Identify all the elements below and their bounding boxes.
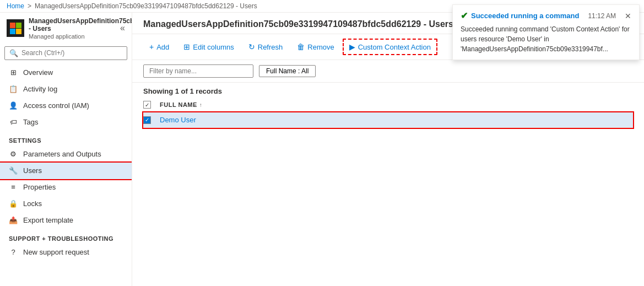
sidebar-item-label: Activity log [23,85,57,93]
records-info: Showing 1 of 1 records [132,83,644,98]
sidebar-header: ManagedUsersAppDefinition75cb09e33199...… [0,13,132,46]
activity-log-icon: 📋 [9,85,18,94]
locks-icon: 🔒 [9,199,18,208]
sidebar-item-label: Access control (IAM) [23,101,89,110]
overview-icon: ⊞ [9,68,18,77]
toast-time: 11:12 AM [588,12,616,20]
sort-icon[interactable]: ↑ [199,102,203,108]
edit-columns-icon: ⊞ [183,42,190,51]
edit-columns-label: Edit columns [193,43,234,51]
breadcrumb-home[interactable]: Home [7,2,24,10]
sidebar-item-label: Parameters and Outputs [23,150,101,158]
svg-rect-2 [10,29,15,34]
add-label: Add [156,43,169,51]
breadcrumb-current: ManagedUsersAppDefinition75cb09e33199471… [35,2,257,10]
sidebar-item-tags[interactable]: 🏷 Tags [0,114,132,131]
row-checkbox[interactable]: ✓ [143,116,151,124]
users-icon: 🔧 [9,166,18,175]
sidebar-title-area: ManagedUsersAppDefinition75cb09e33199...… [29,17,117,40]
toast-title-text: Succeeded running a command [471,12,580,20]
add-button[interactable]: + Add [143,39,175,55]
export-icon: 📤 [9,216,18,225]
row-checkbox-cell: ✓ [143,116,160,124]
sidebar-item-export[interactable]: 📤 Export template [0,212,132,229]
sidebar-item-label: Properties [23,183,56,191]
remove-button[interactable]: 🗑 Remove [291,39,340,55]
sidebar-collapse-button[interactable]: « [120,23,125,33]
toast-close-button[interactable]: ✕ [625,12,631,20]
sidebar-search[interactable]: 🔍 [4,46,127,60]
edit-columns-button[interactable]: ⊞ Edit columns [177,39,240,55]
breadcrumb-separator: > [28,2,31,10]
play-icon: ▶ [349,42,355,51]
search-input[interactable] [21,49,122,57]
sidebar-item-label: Users [23,166,42,175]
sidebar-item-label: Locks [23,199,42,208]
toast-notification: ✔ Succeeded running a command 11:12 AM ✕… [452,4,640,60]
sidebar-item-properties[interactable]: ≡ Properties [0,179,132,196]
toast-header: ✔ Succeeded running a command 11:12 AM ✕ [461,10,631,21]
row-user-name[interactable]: Demo User [160,116,633,124]
parameters-icon: ⚙ [9,150,18,159]
header-checkbox-cell: ✓ [143,101,160,109]
refresh-label: Refresh [258,43,283,51]
refresh-button[interactable]: ↻ Refresh [242,39,289,55]
sidebar-item-label: Export template [23,216,73,224]
sidebar-item-access-control[interactable]: 👤 Access control (IAM) [0,98,132,114]
sidebar-item-label: Overview [23,68,53,77]
sidebar-item-parameters[interactable]: ⚙ Parameters and Outputs [0,146,132,163]
refresh-icon: ↻ [248,42,255,51]
logo-icon [9,21,22,35]
table-area: ✓ FULL NAME ↑ ✓ [132,98,644,286]
properties-icon: ≡ [9,183,18,192]
search-icon: 🔍 [9,49,18,57]
sidebar-item-new-support[interactable]: ? New support request [0,244,132,261]
sidebar: ManagedUsersAppDefinition75cb09e33199...… [0,13,132,286]
filter-tag-fullname[interactable]: Full Name : All [259,65,316,77]
svg-rect-0 [10,23,15,28]
custom-context-action-button[interactable]: ▶ Custom Context Action [343,39,437,55]
sidebar-title: ManagedUsersAppDefinition75cb09e33199...… [29,17,117,33]
access-control-icon: 👤 [9,101,18,110]
tags-icon: 🏷 [9,118,18,127]
sidebar-item-users[interactable]: 🔧 Users [0,163,132,179]
custom-action-label: Custom Context Action [358,43,431,51]
column-header-fullname: FULL NAME ↑ [160,101,633,108]
sidebar-item-label: New support request [23,248,89,256]
sidebar-subtitle: Managed application [29,33,117,40]
table-header: ✓ FULL NAME ↑ [143,98,633,112]
toast-body: Succeeded running command 'Custom Contex… [461,24,631,54]
header-checkbox[interactable]: ✓ [143,101,151,109]
add-icon: + [149,42,154,51]
remove-label: Remove [307,43,334,51]
filters-row: Full Name : All [132,60,644,83]
toast-title: ✔ Succeeded running a command [461,10,580,21]
app-logo [7,19,24,37]
svg-rect-1 [16,23,21,28]
support-section-label: Support + troubleshooting [0,229,132,244]
table-row[interactable]: ✓ Demo User [143,112,633,128]
column-fullname-label: FULL NAME [160,101,197,108]
checkbox-check: ✓ [145,117,149,123]
sidebar-item-activity-log[interactable]: 📋 Activity log [0,81,132,98]
svg-rect-3 [16,29,21,34]
sidebar-item-overview[interactable]: ⊞ Overview [0,64,132,81]
sidebar-item-label: Tags [23,118,38,126]
filter-name-input[interactable] [143,64,253,78]
header-checkbox-check: ✓ [145,102,149,108]
sidebar-item-locks[interactable]: 🔒 Locks [0,196,132,212]
support-icon: ? [9,248,18,257]
settings-section-label: Settings [0,131,132,146]
success-icon: ✔ [461,10,468,21]
remove-icon: 🗑 [297,42,305,51]
